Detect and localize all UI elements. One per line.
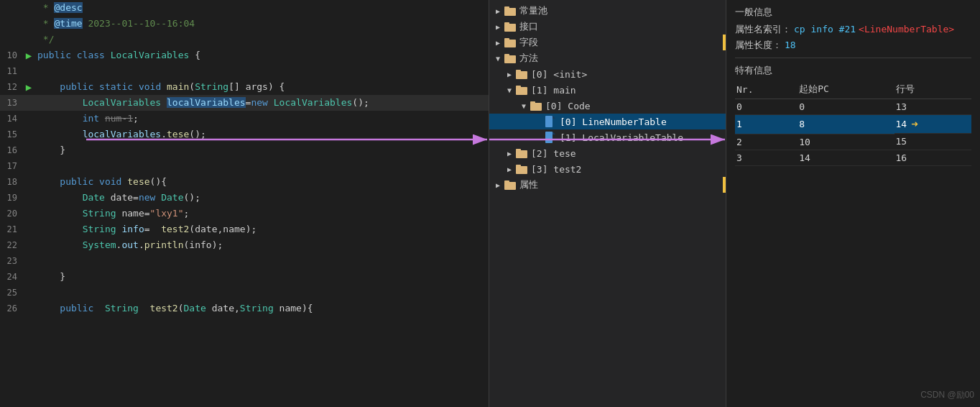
cell-nr: 1: [735, 115, 798, 134]
tree-item-main[interactable]: ▼ [1] main: [489, 82, 726, 98]
line-number: 20: [0, 206, 23, 221]
folder-icon: [504, 37, 517, 47]
tree-item-tese[interactable]: ▶ [2] tese: [489, 145, 726, 161]
tree-label: 属性: [519, 178, 538, 191]
line-number: 23: [0, 253, 23, 269]
code-line: 17: [0, 158, 489, 174]
code-content: public class LocalVariables {: [34, 47, 200, 63]
arrow-right-icon: ➜: [911, 117, 918, 131]
tree-item-code[interactable]: ▼ [0] Code: [489, 98, 726, 114]
line-number: 25: [0, 285, 23, 301]
svg-rect-7: [504, 38, 509, 40]
code-content: * @time 2023--01--10--16:04: [34, 16, 195, 32]
table-row[interactable]: 2 10 15: [735, 134, 971, 150]
file-icon: [544, 116, 557, 127]
line-number: 18: [0, 174, 23, 190]
cell-line: 14 ➜: [895, 115, 971, 134]
code-line: 19 Date date=new Date();: [0, 190, 489, 206]
code-content: public String test2(Date date,String nam…: [34, 301, 313, 316]
watermark: CSDN @励00: [920, 389, 974, 401]
code-content: }: [34, 142, 65, 158]
file-icon: [544, 132, 557, 142]
tree-label: [3] test2: [531, 164, 581, 175]
line-number: 16: [0, 142, 23, 158]
tree-item-methods[interactable]: ▼ 方法: [489, 50, 726, 66]
code-lines: * @desc * @time 2023--01--10--16:04 */ 1…: [0, 0, 489, 316]
code-line: 12 ▶ public static void main(String[] ar…: [0, 79, 489, 95]
attr-name-value: cp info #21: [794, 24, 856, 35]
col-pc: 起始PC: [798, 81, 894, 99]
attr-name-extra: <LineNumberTable>: [859, 24, 954, 35]
svg-rect-8: [504, 55, 516, 63]
code-line: 22 System.out.println(info);: [0, 237, 489, 253]
code-content: System.out.println(info);: [34, 237, 223, 253]
expand-icon: ▶: [492, 39, 504, 47]
cell-line: 16: [895, 150, 971, 165]
line-number: 19: [0, 190, 23, 206]
code-line: 26 public String test2(Date date,String …: [0, 301, 489, 316]
code-line: 13 LocalVariables localVariables=new Loc…: [0, 95, 489, 111]
folder-icon: [504, 6, 517, 16]
attr-name-row: 属性名索引： cp info #21 <LineNumberTable>: [735, 23, 971, 36]
svg-rect-23: [516, 165, 521, 167]
code-line: 16 }: [0, 142, 489, 158]
code-line: 25: [0, 285, 489, 301]
expand-icon: ▶: [504, 70, 515, 78]
line-number: 13: [0, 95, 23, 111]
col-nr: Nr.: [735, 81, 798, 99]
table-row[interactable]: 3 14 16: [735, 150, 971, 165]
tree-item-constants[interactable]: ▶ 常量池: [489, 3, 726, 19]
folder-icon: [515, 85, 528, 95]
cell-pc: 14: [798, 150, 894, 165]
svg-rect-4: [504, 24, 516, 32]
tree-item-init[interactable]: ▶ [0] <init>: [489, 66, 726, 82]
arrow-icon: ▶: [26, 79, 32, 95]
tree-item-local-variable-table[interactable]: [1] LocalVariableTable: [489, 129, 726, 145]
code-content: public void tese(){: [34, 174, 167, 190]
tree-item-test2[interactable]: ▶ [3] test2: [489, 161, 726, 177]
tree-label: [0] Code: [545, 101, 591, 111]
tree-item-attrs[interactable]: ▶ 属性: [489, 177, 726, 193]
tree-label: 接口: [519, 20, 538, 33]
table-row[interactable]: 0 0 13: [735, 99, 971, 115]
info-panel: 一般信息 属性名索引： cp info #21 <LineNumberTable…: [726, 0, 980, 407]
expand-icon: ▶: [492, 181, 504, 189]
yellow-bar: [723, 35, 726, 50]
line-number: 24: [0, 269, 23, 285]
expand-icon: ▶: [492, 23, 504, 31]
cell-nr: 2: [735, 134, 798, 150]
code-line: 23: [0, 253, 489, 269]
tree-item-interfaces[interactable]: ▶ 接口: [489, 19, 726, 35]
code-content: * @desc: [34, 0, 83, 16]
svg-rect-9: [504, 54, 509, 56]
general-info-title: 一般信息: [735, 6, 971, 19]
cell-nr: 0: [735, 99, 798, 115]
svg-rect-13: [516, 86, 521, 88]
line-number: 12: [0, 79, 23, 95]
svg-rect-5: [504, 22, 509, 24]
tree-label: 常量池: [519, 4, 547, 17]
folder-icon: [515, 164, 528, 174]
tree-item-fields[interactable]: ▶ 字段: [489, 35, 726, 50]
svg-rect-15: [530, 101, 535, 104]
folder-icon: [515, 148, 528, 158]
folder-icon: [504, 22, 517, 32]
code-line: * @desc: [0, 0, 489, 16]
bp-indicator: ▶: [23, 47, 34, 63]
table-row[interactable]: 1 8 14 ➜: [735, 115, 971, 134]
svg-rect-18: [545, 132, 553, 143]
svg-rect-25: [504, 180, 509, 183]
code-line: * @time 2023--01--10--16:04: [0, 16, 489, 32]
tree-label: [0] LineNumberTable: [560, 116, 667, 127]
svg-rect-16: [545, 116, 553, 127]
svg-rect-10: [516, 71, 527, 79]
tree-panel[interactable]: ▶ 常量池 ▶ 接口 ▶ 字段 ▼: [489, 0, 726, 407]
tree-label: 方法: [519, 52, 538, 65]
svg-marker-19: [553, 132, 555, 134]
line-number: 10: [0, 47, 23, 63]
code-line: 15 localVariables.tese();: [0, 127, 489, 142]
code-content: public static void main(String[] args) {: [34, 79, 285, 95]
code-content: localVariables.tese();: [34, 127, 206, 142]
tree-label: [1] LocalVariableTable: [560, 132, 683, 143]
tree-item-line-number-table[interactable]: [0] LineNumberTable: [489, 114, 726, 129]
